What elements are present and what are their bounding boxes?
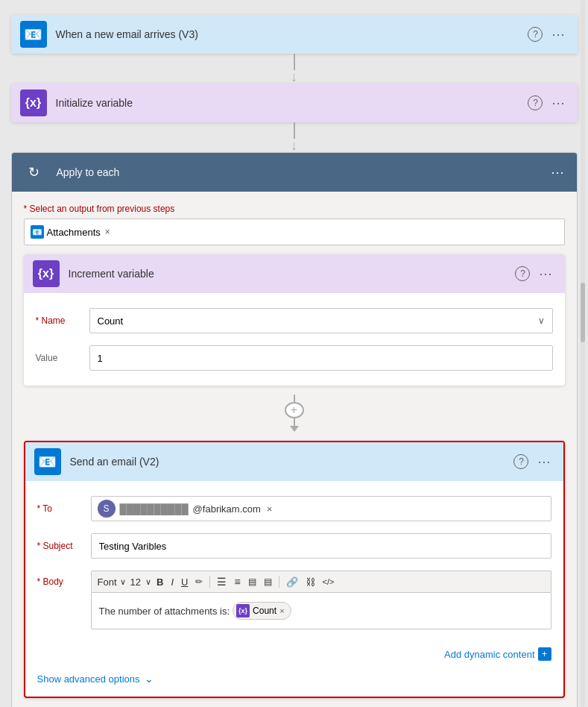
more-options-increment[interactable]: ··· (536, 265, 555, 283)
add-line-top (294, 395, 295, 402)
value-label: Value (36, 353, 80, 363)
step-send-email-actions: ? ··· (513, 453, 554, 471)
add-connector-inner: + (24, 395, 565, 432)
count-var-close[interactable]: × (279, 606, 284, 615)
link-btn[interactable]: 🔗 (284, 575, 300, 589)
step-apply-to-each: ↻ Apply to each ··· * Select an output f… (11, 152, 578, 707)
toolbar-arrow: ∨ (120, 577, 126, 587)
variable-icon-1: {x} (20, 89, 47, 116)
name-value: Count (98, 315, 124, 327)
body-editor: Font ∨ 12 ∨ B I U ✏ ☰ ≡ (91, 571, 551, 629)
value-input[interactable] (89, 345, 553, 371)
more-options-apply[interactable]: ··· (548, 163, 567, 182)
apply-to-each-body: * Select an output from previous steps 📧… (12, 192, 577, 707)
code-btn[interactable]: </> (320, 576, 337, 588)
pencil-btn[interactable]: ✏ (193, 575, 205, 588)
step-send-email-header: 📧 Send an email (V2) ? ··· (25, 442, 563, 481)
arrow-2: ↓ (291, 139, 297, 152)
to-row: * To S ██████████ @fabrikam.com × (37, 490, 551, 527)
step-email-trigger-header: 📧 When a new email arrives (V3) ? ··· (11, 15, 578, 54)
font-select[interactable]: Font (98, 576, 117, 588)
help-icon-increment[interactable]: ? (515, 266, 530, 281)
help-icon-step2[interactable]: ? (528, 95, 543, 110)
connector-1: ↓ (291, 54, 297, 84)
add-step-button[interactable]: + (285, 402, 304, 418)
step-increment-actions: ? ··· (515, 265, 555, 283)
more-options-step1[interactable]: ··· (549, 25, 568, 44)
step-send-email-title: Send an email (V2) (70, 456, 505, 468)
step-email-trigger-title: When a new email arrives (V3) (56, 28, 519, 40)
add-dynamic-label: Add dynamic content (444, 649, 534, 660)
arrow-1: ↓ (291, 70, 297, 84)
scrollbar-track (581, 0, 585, 707)
advanced-options-row: Show advanced options ⌄ (25, 667, 563, 697)
value-row: Value (36, 339, 553, 377)
help-icon-send[interactable]: ? (513, 454, 528, 469)
attachments-tag-label: Attachments (47, 227, 101, 238)
toolbar-divider-1 (209, 576, 210, 588)
count-variable-tag: {x} Count × (233, 602, 291, 620)
help-icon-step1[interactable]: ? (528, 27, 543, 42)
step-send-email-body: * To S ██████████ @fabrikam.com × * Subj… (25, 481, 563, 644)
dynamic-icon: + (538, 647, 551, 661)
body-row: * Body Font ∨ 12 ∨ B I U ✏ (37, 565, 551, 635)
align-left-btn[interactable]: ▤ (246, 575, 259, 588)
more-options-step2[interactable]: ··· (549, 94, 568, 113)
more-options-send[interactable]: ··· (534, 453, 554, 471)
align-right-btn[interactable]: ▤ (262, 575, 274, 588)
bullet-btn[interactable]: ☰ (215, 574, 229, 589)
advanced-label: Show advanced options (37, 673, 140, 685)
name-label: * Name (36, 315, 80, 326)
subject-label: * Subject (37, 541, 82, 551)
attachments-tag: 📧 Attachments × (31, 225, 112, 239)
step-increment-title: Increment variable (69, 268, 507, 280)
add-dynamic-content-btn[interactable]: Add dynamic content + (444, 647, 551, 661)
count-var-label: Count (253, 606, 276, 616)
step-init-variable: {x} Initialize variable ? ··· (11, 84, 578, 122)
arrow-down-triangle (290, 426, 299, 432)
name-chevron: ∨ (538, 315, 545, 326)
unlink-btn[interactable]: ⛓ (303, 575, 317, 589)
step-init-variable-header: {x} Initialize variable ? ··· (11, 84, 578, 122)
name-field[interactable]: Count ∨ (89, 308, 553, 333)
step-increment-body: * Name Count ∨ Value (24, 293, 565, 386)
select-output-section: * Select an output from previous steps 📧… (24, 204, 565, 245)
show-advanced-btn[interactable]: Show advanced options ⌄ (37, 673, 154, 685)
apply-to-each-title: Apply to each (57, 166, 540, 178)
connector-line-2 (294, 122, 295, 139)
name-row: * Name Count ∨ (36, 302, 553, 339)
body-label: * Body (37, 571, 82, 587)
outlook-icon: 📧 (20, 21, 47, 48)
font-size-arrow: ∨ (145, 577, 151, 587)
underline-btn[interactable]: U (179, 575, 190, 589)
body-text: The number of attachments is: (99, 606, 230, 617)
attachments-tag-close[interactable]: × (104, 227, 112, 237)
subject-input[interactable] (91, 533, 551, 559)
step-email-trigger-actions: ? ··· (528, 25, 568, 44)
step-increment-variable: {x} Increment variable ? ··· * Name Coun… (24, 254, 565, 386)
italic-btn[interactable]: I (168, 575, 176, 589)
count-var-icon: {x} (236, 604, 250, 618)
variable-icon-2: {x} (33, 260, 60, 287)
font-size[interactable]: 12 (129, 576, 142, 588)
apply-to-each-header: ↻ Apply to each ··· (12, 153, 577, 192)
dynamic-content-row: Add dynamic content + (25, 644, 563, 667)
subject-row: * Subject (37, 527, 551, 565)
numbered-btn[interactable]: ≡ (232, 574, 242, 589)
to-email: ██████████ (120, 503, 189, 515)
body-content[interactable]: The number of attachments is: {x} Count … (91, 592, 551, 629)
advanced-chevron: ⌄ (145, 673, 154, 685)
outlook-tag-icon: 📧 (31, 225, 44, 239)
step-init-variable-actions: ? ··· (528, 94, 568, 113)
scrollbar-thumb[interactable] (581, 283, 585, 342)
to-input[interactable]: S ██████████ @fabrikam.com × (91, 496, 551, 521)
to-avatar: S (98, 500, 116, 518)
select-output-label: * Select an output from previous steps (24, 204, 565, 214)
to-email-close[interactable]: × (267, 503, 273, 515)
connector-2: ↓ (291, 122, 297, 152)
apply-icon: ↻ (21, 159, 48, 186)
toolbar-divider-2 (279, 576, 279, 588)
step-send-email: 📧 Send an email (V2) ? ··· * To S ██████… (24, 441, 565, 698)
bold-btn[interactable]: B (154, 575, 165, 589)
select-output-input[interactable]: 📧 Attachments × (24, 219, 565, 245)
